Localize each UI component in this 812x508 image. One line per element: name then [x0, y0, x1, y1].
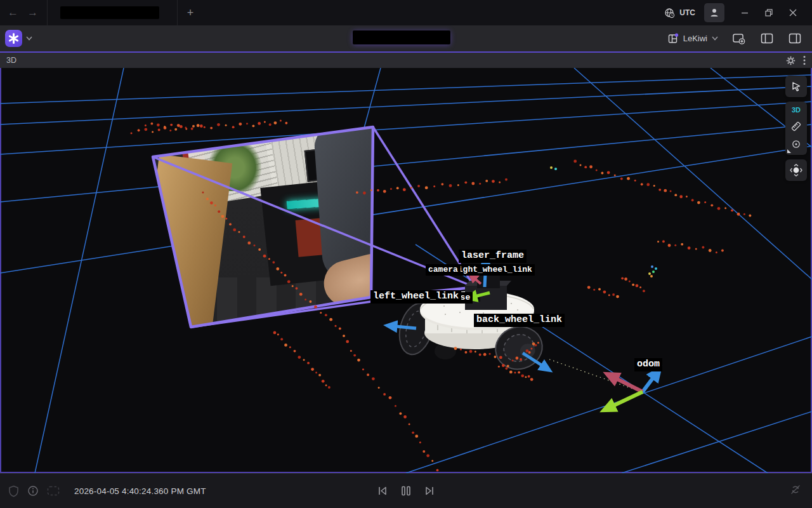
- new-tab-button[interactable]: +: [178, 6, 203, 20]
- user-icon: [709, 8, 719, 18]
- nav-back-icon[interactable]: ←: [8, 6, 18, 19]
- pause-icon[interactable]: [400, 485, 412, 497]
- playback-timestamp[interactable]: 2026-04-05 4:40:24.360 PM GMT: [74, 486, 206, 496]
- globe-clock-icon: [664, 8, 675, 18]
- layout-grid-icon: [668, 33, 679, 44]
- right-sidebar-toggle[interactable]: [784, 29, 806, 48]
- camera-sync-button[interactable]: [785, 159, 807, 181]
- chevron-down-icon[interactable]: [26, 36, 32, 41]
- add-panel-button[interactable]: [728, 29, 750, 48]
- select-cursor-icon: [790, 81, 802, 92]
- select-tool-button[interactable]: [785, 76, 807, 97]
- timezone-button[interactable]: UTC: [659, 8, 700, 18]
- tf-label-right_wheel_link: right_wheel_link: [450, 264, 535, 276]
- tf-labels: laser_frameright_wheel_linkcamerabaselef…: [0, 68, 812, 473]
- skip-to-end-icon[interactable]: [423, 485, 436, 497]
- nav-forward-icon[interactable]: →: [27, 6, 38, 19]
- app-logo[interactable]: [5, 30, 22, 47]
- camera-sync-orbit-icon: [790, 164, 802, 177]
- close-icon[interactable]: [789, 9, 797, 17]
- skip-to-start-icon[interactable]: [376, 485, 389, 497]
- view-mode-group: 3D: [785, 102, 807, 155]
- panel-title: 3D: [6, 56, 16, 65]
- right-sidebar-icon: [789, 33, 801, 44]
- more-kebab-icon[interactable]: [803, 55, 806, 65]
- settings-gear-icon[interactable]: [786, 56, 796, 65]
- restore-icon[interactable]: [765, 9, 773, 17]
- timezone-label: UTC: [679, 8, 695, 17]
- foxglove-asterisk-icon: [8, 33, 19, 44]
- info-icon[interactable]: [27, 485, 39, 497]
- 3d-mode-toggle[interactable]: 3D: [792, 106, 801, 114]
- window-titlebar: ← → + UTC: [0, 0, 812, 25]
- measure-ruler-icon[interactable]: [790, 121, 802, 132]
- tf-label-back_wheel_link: back_wheel_link: [474, 314, 565, 327]
- panel-header[interactable]: 3D: [0, 53, 812, 68]
- tf-label-laser_frame: laser_frame: [459, 250, 527, 263]
- playback-bar: 2026-04-05 4:40:24.360 PM GMT: [0, 473, 812, 508]
- publish-point-icon[interactable]: [791, 139, 801, 149]
- left-sidebar-toggle[interactable]: [756, 29, 778, 48]
- tool-flyout-indicator: [787, 149, 791, 153]
- user-menu-button[interactable]: [704, 3, 724, 22]
- layout-name: LeKiwi: [683, 34, 707, 43]
- data-source-redacted: [353, 30, 450, 44]
- layout-picker[interactable]: LeKiwi: [664, 30, 722, 46]
- loop-region-icon[interactable]: [47, 486, 60, 496]
- tf-label-camera: camera: [426, 264, 461, 276]
- chevron-down-icon: [712, 36, 718, 41]
- tab-title-redacted: [60, 6, 159, 19]
- loop-off-icon[interactable]: [789, 483, 802, 496]
- app-toolbar: LeKiwi: [0, 25, 812, 53]
- shield-icon[interactable]: [8, 485, 19, 497]
- viewport-toolbar: 3D: [785, 76, 807, 181]
- tf-label-odom: odom: [634, 358, 662, 371]
- minimize-icon[interactable]: [741, 9, 749, 17]
- app-tab[interactable]: [47, 0, 178, 25]
- tf-label-left_wheel_link: left_wheel_link: [370, 290, 461, 304]
- 3d-viewport[interactable]: laser_frameright_wheel_linkcamerabaselef…: [0, 68, 812, 473]
- add-panel-icon: [732, 32, 746, 45]
- left-sidebar-icon: [761, 33, 773, 44]
